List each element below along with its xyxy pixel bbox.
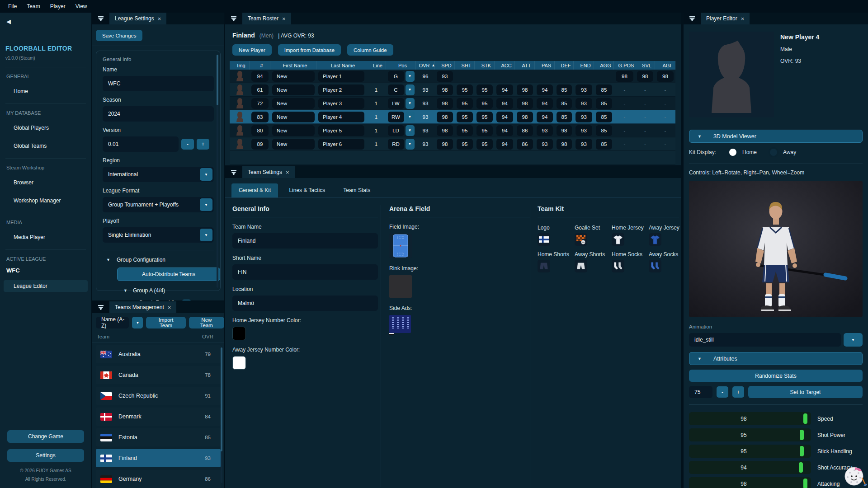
column-header-gpos[interactable]: G.POS: [614, 61, 635, 70]
tab-league-settings[interactable]: League Settings ×: [109, 13, 166, 24]
cell-value[interactable]: 95: [457, 139, 473, 150]
filter-icon[interactable]: [92, 301, 109, 313]
column-header-stk[interactable]: STK: [475, 61, 495, 70]
filter-icon[interactable]: [92, 13, 109, 24]
cell-value[interactable]: 95: [457, 98, 473, 109]
kit-thumbnail-shorts-away[interactable]: [575, 260, 587, 272]
animation-select[interactable]: idle_still: [689, 333, 841, 347]
cell-value[interactable]: 89: [251, 139, 269, 150]
kit-thumbnail-socks-away[interactable]: [649, 260, 661, 272]
kit-thumbnail-flag-fi[interactable]: [538, 233, 550, 246]
cell-value[interactable]: Player 2: [318, 84, 364, 95]
team-row-germany[interactable]: Germany86: [96, 470, 221, 488]
dropdown-icon[interactable]: ▼: [200, 168, 212, 181]
close-tab-icon[interactable]: ×: [286, 169, 289, 175]
kit-thumbnail-shorts-home[interactable]: [538, 260, 550, 272]
scrollbar-thumb[interactable]: [217, 55, 218, 105]
cell-value[interactable]: 85: [557, 112, 572, 122]
cell-value[interactable]: New: [272, 98, 315, 109]
cell-value[interactable]: 98: [637, 71, 653, 82]
kit-thumbnail-jersey-home[interactable]: [612, 233, 624, 246]
new-team-button[interactable]: New Team: [189, 317, 224, 328]
cell-value[interactable]: Player 6: [318, 139, 364, 150]
cell-value[interactable]: 86: [517, 139, 533, 150]
menu-item-player[interactable]: Player: [50, 3, 66, 9]
cell-value[interactable]: 98: [557, 125, 572, 136]
cell-value[interactable]: 80: [251, 125, 269, 136]
field-select[interactable]: Group Tournament + Playoffs: [103, 197, 214, 212]
cell-value[interactable]: 98: [517, 112, 533, 122]
stat-slider-handle[interactable]: [800, 430, 804, 440]
side-ads-thumbnail[interactable]: [389, 315, 530, 337]
back-arrow-icon[interactable]: ◀: [6, 18, 15, 25]
cell-value[interactable]: 94: [496, 112, 513, 122]
column-header-att[interactable]: ATT: [515, 61, 535, 70]
cell-value[interactable]: 93: [537, 125, 553, 136]
import-team-button[interactable]: Import Team: [146, 317, 185, 328]
column-header-agg[interactable]: AGG: [594, 61, 614, 70]
randomize-stats-button[interactable]: Randomize Stats: [689, 370, 863, 382]
cell-value[interactable]: 95: [457, 84, 473, 95]
pos-value[interactable]: LD: [388, 125, 404, 136]
column-header-svl[interactable]: SVL: [635, 61, 655, 70]
cell-value[interactable]: 93: [576, 112, 592, 122]
home-number-color-swatch[interactable]: [232, 327, 246, 340]
new-player-button[interactable]: New Player: [232, 44, 272, 56]
target-minus-button[interactable]: -: [717, 386, 728, 398]
cell-value[interactable]: 95: [457, 125, 473, 136]
roster-row-player-5[interactable]: 80NewPlayer 51LD▼93989595948693989385---: [230, 124, 675, 137]
stat-slider-handle[interactable]: [799, 462, 803, 473]
set-to-target-button[interactable]: Set to Target: [748, 386, 863, 398]
cell-value[interactable]: 98: [517, 84, 533, 95]
cell-value[interactable]: 86: [517, 125, 533, 136]
close-tab-icon[interactable]: ×: [168, 305, 171, 310]
team-row-denmark[interactable]: Denmark84: [96, 408, 221, 426]
cell-value[interactable]: 93: [437, 71, 453, 82]
model-viewer-canvas[interactable]: [689, 181, 863, 317]
model-viewer-header[interactable]: ▼ 3D Model Viewer: [689, 130, 863, 143]
kit-thumbnail-jersey-away[interactable]: [649, 233, 661, 246]
column-header-first[interactable]: First Name: [270, 61, 316, 70]
kit-home-radio[interactable]: [728, 147, 738, 157]
pos-value[interactable]: C: [388, 84, 404, 95]
cell-value[interactable]: 95: [476, 84, 493, 95]
auto-distribute-button[interactable]: Auto-Distribute Teams: [117, 267, 220, 281]
remove-team-button[interactable]: x: [181, 300, 192, 301]
stat-slider-handle[interactable]: [800, 446, 804, 456]
cell-value[interactable]: 94: [496, 98, 513, 109]
menu-item-team[interactable]: Team: [27, 3, 40, 9]
cell-value[interactable]: Player 3: [318, 98, 364, 109]
tab-team-stats[interactable]: Team Stats: [336, 183, 377, 197]
column-header-img[interactable]: Img: [230, 61, 250, 70]
cell-value[interactable]: 85: [596, 139, 612, 150]
collapse-icon[interactable]: ▼: [106, 258, 110, 262]
cell-value[interactable]: 94: [537, 112, 553, 122]
location-input[interactable]: Malmö: [232, 296, 378, 311]
team-row-finland[interactable]: Finland93: [96, 449, 221, 467]
target-value-input[interactable]: 75: [689, 386, 712, 398]
cell-value[interactable]: 98: [657, 71, 674, 82]
column-header-def[interactable]: DEF: [555, 61, 574, 70]
save-changes-button[interactable]: Save Changes: [96, 30, 142, 41]
roster-row-player-3[interactable]: 72NewPlayer 31LW▼93989595949894859385---: [230, 97, 675, 110]
sidebar-item-browser[interactable]: Browser: [0, 177, 91, 188]
team-row-australia[interactable]: Australia79: [96, 345, 221, 363]
dropdown-icon[interactable]: ▼: [200, 198, 212, 211]
cell-value[interactable]: 95: [476, 139, 493, 150]
column-header-pos[interactable]: Pos: [386, 61, 416, 70]
change-game-button[interactable]: Change Game: [7, 430, 84, 443]
kit-away-radio[interactable]: [769, 147, 778, 157]
cell-value[interactable]: 61: [251, 84, 269, 95]
field-input[interactable]: 0.01: [103, 136, 179, 152]
pos-dropdown-icon[interactable]: ▼: [406, 84, 415, 95]
sidebar-item-league-editor[interactable]: League Editor: [4, 280, 88, 292]
column-header-line[interactable]: Line: [366, 61, 386, 70]
cell-value[interactable]: 93: [576, 125, 592, 136]
cell-value[interactable]: 83: [251, 112, 269, 122]
tab-teams-management[interactable]: Teams Management ×: [109, 301, 176, 313]
short-name-input[interactable]: FIN: [232, 264, 378, 280]
cell-value[interactable]: 85: [557, 84, 572, 95]
field-select[interactable]: International: [103, 167, 214, 182]
cell-value[interactable]: 95: [476, 112, 493, 122]
stat-slider[interactable]: 94: [689, 461, 811, 474]
